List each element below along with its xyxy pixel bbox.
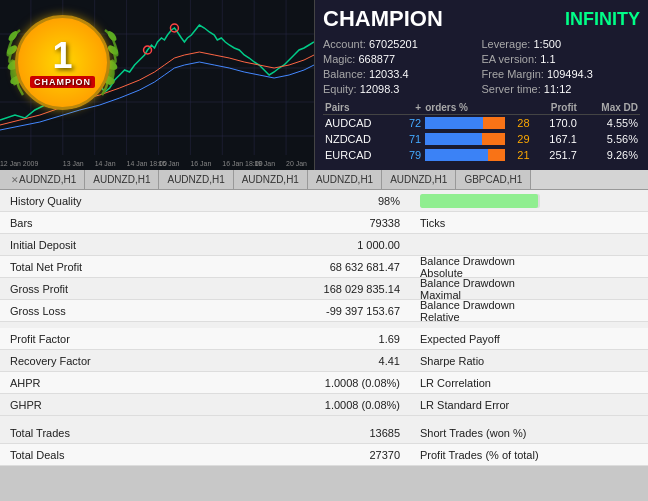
stats-row: Total Deals 27370 Profit Trades (% of to… — [0, 444, 648, 466]
pair-maxdd: 5.56% — [579, 131, 640, 147]
stats-row: AHPR 1.0008 (0.08%) LR Correlation — [0, 372, 648, 394]
pair-neg: 29 — [507, 131, 531, 147]
pair-name: EURCAD — [323, 147, 399, 163]
orders-header: orders % — [423, 101, 531, 115]
stats-area: History Quality 98% Bars 79338 Ticks Ini… — [0, 190, 648, 466]
pair-neg: 21 — [507, 147, 531, 163]
tab-item[interactable]: AUDNZD,H1 — [308, 170, 382, 189]
leverage-label: Leverage: — [482, 38, 531, 50]
stat-value: 13685 — [250, 427, 410, 439]
info-panel: CHAMPION INFINITY Account: 67025201 Leve… — [315, 0, 648, 170]
tab-item[interactable]: GBPCAD,H1 — [456, 170, 531, 189]
tab-item[interactable]: ✕AUDNZD,H1 — [0, 170, 85, 189]
pair-plus: 71 — [399, 131, 423, 147]
stats-row: Total Net Profit 68 632 681.47 Balance D… — [0, 256, 648, 278]
maxdd-header: Max DD — [579, 101, 640, 115]
stat-value: -99 397 153.67 — [250, 305, 410, 317]
stats-row: GHPR 1.0008 (0.08%) LR Standard Error — [0, 394, 648, 416]
svg-text:15 Jan: 15 Jan — [158, 160, 179, 167]
equity-value: 12098.3 — [360, 83, 400, 95]
stat-label: Total Net Profit — [0, 261, 250, 273]
tab-label: AUDNZD,H1 — [19, 174, 76, 185]
free-margin-value: 109494.3 — [547, 68, 593, 80]
pairs-row: AUDCAD 72 28 170.0 4.55% — [323, 115, 640, 132]
server-time-value: 11:12 — [544, 83, 572, 95]
balance-value: 12033.4 — [369, 68, 409, 80]
svg-text:13 Jan: 13 Jan — [63, 160, 84, 167]
tab-item[interactable]: AUDNZD,H1 — [382, 170, 456, 189]
tab-label: GBPCAD,H1 — [464, 174, 522, 185]
stats-row: Profit Factor 1.69 Expected Payoff — [0, 328, 648, 350]
stats-row: Initial Deposit 1 000.00 — [0, 234, 648, 256]
stat-label: Total Deals — [0, 449, 250, 461]
stat-right-label: Balance Drawdown Absolute — [410, 255, 548, 279]
stats-row: Total Trades 13685 Short Trades (won %) — [0, 422, 648, 444]
account-value: 67025201 — [369, 38, 418, 50]
stat-highlight: 68 632 681.47 — [330, 261, 400, 273]
stat-label: Gross Loss — [0, 305, 250, 317]
stats-row: History Quality 98% — [0, 190, 648, 212]
server-time-label: Server time: — [482, 83, 541, 95]
badge-number: 1 — [52, 38, 72, 74]
svg-text:16 Jan: 16 Jan — [190, 160, 211, 167]
info-title: CHAMPION — [323, 6, 443, 32]
pair-name: AUDCAD — [323, 115, 399, 132]
stat-right-label: Balance Drawdown Maximal — [410, 277, 548, 301]
pair-name: NZDCAD — [323, 131, 399, 147]
svg-text:20 Jan: 20 Jan — [286, 160, 307, 167]
champion-badge: 1 CHAMPION — [5, 5, 120, 120]
tab-item[interactable]: AUDNZD,H1 — [234, 170, 308, 189]
tab-bar[interactable]: ✕AUDNZD,H1AUDNZD,H1AUDNZD,H1AUDNZD,H1AUD… — [0, 170, 648, 190]
free-margin-label: Free Margin: — [482, 68, 544, 80]
stat-value: 1 000.00 — [250, 239, 410, 251]
stat-value: 1.0008 (0.08%) — [250, 377, 410, 389]
pair-neg: 28 — [507, 115, 531, 132]
pair-profit: 167.1 — [532, 131, 579, 147]
stat-label: Gross Profit — [0, 283, 250, 295]
stats-row: Gross Loss -99 397 153.67 Balance Drawdo… — [0, 300, 648, 322]
pair-maxdd: 9.26% — [579, 147, 640, 163]
stat-label: Total Trades — [0, 427, 250, 439]
stat-value: 4.41 — [250, 355, 410, 367]
stat-right-label: Ticks — [410, 217, 548, 229]
stat-value: 1.0008 (0.08%) — [250, 399, 410, 411]
svg-text:12 Jan 2009: 12 Jan 2009 — [0, 160, 38, 167]
info-infinity: INFINITY — [565, 9, 640, 30]
stat-value: 168 029 835.14 — [250, 283, 410, 295]
chart-area: 12 Jan 2009 13 Jan 14 Jan 14 Jan 18:00 1… — [0, 0, 315, 170]
magic-label: Magic: — [323, 53, 355, 65]
tab-item[interactable]: AUDNZD,H1 — [159, 170, 233, 189]
equity-label: Equity: — [323, 83, 357, 95]
pair-profit: 251.7 — [532, 147, 579, 163]
tab-item[interactable]: AUDNZD,H1 — [85, 170, 159, 189]
stat-value: 98% — [250, 195, 410, 207]
tab-label: AUDNZD,H1 — [93, 174, 150, 185]
tab-x[interactable]: ✕ — [11, 175, 19, 185]
history-bar — [420, 194, 540, 208]
pairs-table: Pairs + orders % Profit Max DD AUDCAD 72… — [323, 101, 640, 163]
stat-value: 1.69 — [250, 333, 410, 345]
stat-right-label: Profit Trades (% of total) — [410, 449, 548, 461]
stat-label: GHPR — [0, 399, 250, 411]
stat-right-label: Sharpe Ratio — [410, 355, 548, 367]
badge-text: CHAMPION — [30, 76, 95, 88]
tab-label: AUDNZD,H1 — [316, 174, 373, 185]
stat-right-label: Expected Payoff — [410, 333, 548, 345]
account-label: Account: — [323, 38, 366, 50]
svg-text:14 Jan: 14 Jan — [95, 160, 116, 167]
stat-value: 68 632 681.47 — [250, 261, 410, 273]
stat-label: Initial Deposit — [0, 239, 250, 251]
stats-row: Bars 79338 Ticks — [0, 212, 648, 234]
leverage-value: 1:500 — [534, 38, 562, 50]
balance-label: Balance: — [323, 68, 366, 80]
stat-right-label: LR Correlation — [410, 377, 548, 389]
magic-value: 668877 — [358, 53, 395, 65]
tab-label: AUDNZD,H1 — [390, 174, 447, 185]
pair-plus: 79 — [399, 147, 423, 163]
svg-text:19 Jan: 19 Jan — [254, 160, 275, 167]
stats-row: Gross Profit 168 029 835.14 Balance Draw… — [0, 278, 648, 300]
stat-label: Recovery Factor — [0, 355, 250, 367]
stat-right-label: Balance Drawdown Relative — [410, 299, 548, 323]
stat-right-label: Short Trades (won %) — [410, 427, 548, 439]
pair-bar — [423, 147, 507, 163]
